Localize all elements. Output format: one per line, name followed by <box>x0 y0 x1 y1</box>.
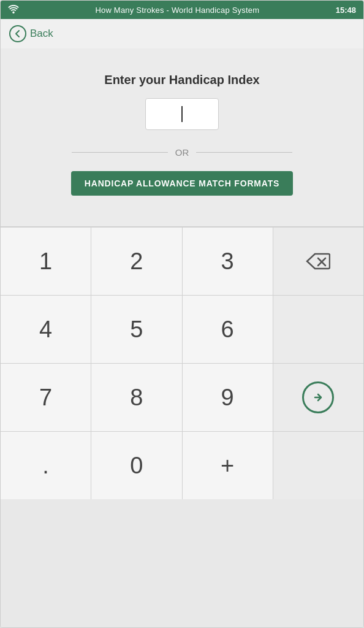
delete-icon <box>306 251 330 272</box>
match-formats-button[interactable]: HANDICAP ALLOWANCE MATCH FORMATS <box>71 171 293 196</box>
app-title: How Many Strokes - World Handicap System <box>95 6 259 15</box>
key-empty-2 <box>273 432 363 499</box>
handicap-index-label: Enter your Handicap Index <box>104 73 259 87</box>
key-7[interactable]: 7 <box>1 364 91 431</box>
or-divider: OR <box>72 147 292 158</box>
key-go[interactable] <box>273 364 363 431</box>
key-5[interactable]: 5 <box>91 296 181 363</box>
key-3[interactable]: 3 <box>183 228 273 295</box>
key-dot[interactable]: . <box>1 432 91 499</box>
key-2[interactable]: 2 <box>91 228 181 295</box>
status-time: 15:48 <box>336 6 356 15</box>
back-label: Back <box>30 28 53 40</box>
back-arrow-icon <box>9 25 26 42</box>
key-4[interactable]: 4 <box>1 296 91 363</box>
keyboard-grid: 1 2 3 4 5 6 7 8 9 <box>1 227 363 499</box>
handicap-index-input[interactable] <box>145 98 219 130</box>
back-button[interactable]: Back <box>9 25 53 42</box>
keyboard-area: 1 2 3 4 5 6 7 8 9 <box>1 226 363 627</box>
text-cursor <box>181 106 183 122</box>
key-6[interactable]: 6 <box>183 296 273 363</box>
device-frame: How Many Strokes - World Handicap System… <box>0 0 364 628</box>
upper-content: Enter your Handicap Index OR HANDICAP AL… <box>1 48 363 226</box>
key-8[interactable]: 8 <box>91 364 181 431</box>
key-plus[interactable]: + <box>183 432 273 499</box>
go-icon <box>302 381 334 413</box>
key-0[interactable]: 0 <box>91 432 181 499</box>
wifi-icon <box>8 5 19 15</box>
key-delete[interactable] <box>273 228 363 295</box>
key-9[interactable]: 9 <box>183 364 273 431</box>
nav-bar: Back <box>1 19 363 48</box>
status-bar: How Many Strokes - World Handicap System… <box>1 1 363 19</box>
key-empty-1 <box>273 296 363 363</box>
key-1[interactable]: 1 <box>1 228 91 295</box>
or-text: OR <box>175 147 189 158</box>
